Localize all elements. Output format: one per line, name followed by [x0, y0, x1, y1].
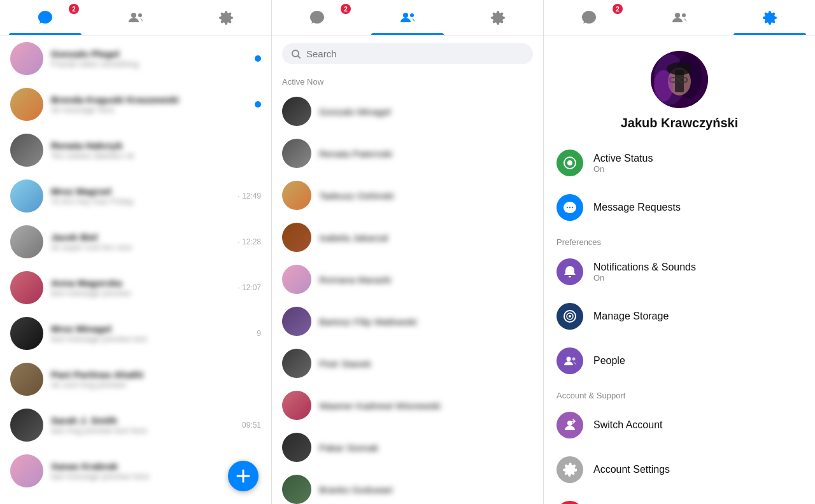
avatar	[282, 391, 311, 420]
chat-item[interactable]: Mroz Magrzel Yo bro hey man Friday · 12:…	[0, 173, 271, 219]
active-status-icon	[556, 150, 583, 176]
manage-storage-item[interactable]: Manage Storage	[544, 294, 815, 339]
chat-item[interactable]: Sarah J. Smith last msg preview text her…	[0, 402, 271, 448]
chat-preview: ok message here	[51, 105, 250, 115]
svg-point-1	[138, 13, 142, 17]
svg-point-27	[567, 421, 572, 426]
gear-tab-icon-1	[217, 9, 235, 27]
manage-storage-text: Manage Storage	[593, 311, 802, 322]
avatar	[10, 409, 43, 442]
profile-section: Jakub Krawczyński	[544, 36, 815, 141]
people-item[interactable]: Romana Marazki	[272, 258, 543, 300]
active-status-item[interactable]: Active Status On	[544, 141, 815, 185]
tab-people-3[interactable]	[634, 0, 725, 35]
chat-preview: ok cool msg preview	[51, 380, 261, 389]
search-input-wrap[interactable]	[282, 43, 533, 64]
switch-account-title: Switch Account	[593, 419, 802, 431]
svg-point-2	[403, 13, 408, 18]
chat-item[interactable]: Anna Magorska test message preview · 12:…	[0, 265, 271, 311]
people-tab-icon-3	[670, 9, 688, 27]
avatar	[282, 265, 311, 294]
chat-badge-3: 2	[613, 4, 623, 14]
people-item[interactable]: Wawner Kadnewi Wisnewski	[272, 384, 543, 426]
people-item[interactable]: Branko Goduwari	[272, 468, 543, 504]
chat-badge-2: 2	[341, 4, 351, 14]
switch-account-item[interactable]: Switch Account	[544, 403, 815, 447]
person-name: Piotr Stanek	[319, 358, 371, 369]
svg-point-20	[569, 207, 570, 208]
svg-point-21	[572, 207, 573, 208]
chat-panel: 2 Gonzal	[0, 0, 272, 504]
chat-tab-icon-2	[308, 9, 326, 27]
account-settings-item[interactable]: Account Settings	[544, 447, 815, 492]
switch-account-text: Switch Account	[593, 419, 802, 431]
chat-time: · 12:49	[237, 192, 261, 200]
people-settings-icon	[556, 347, 583, 374]
active-status-text: Active Status On	[593, 153, 802, 174]
chat-name: Renata Habrzyk	[51, 140, 261, 151]
tab-people-1[interactable]	[90, 0, 181, 35]
message-requests-item[interactable]: Message Requests	[544, 185, 815, 230]
chat-item[interactable]: Jacek Biel ok super cool bro nice · 12:2…	[0, 219, 271, 265]
chat-time: · 12:07	[237, 283, 261, 292]
svg-point-19	[567, 207, 568, 208]
tab-settings-2[interactable]	[453, 0, 543, 35]
chat-info: Brenda Koguski Kraszewski ok message her…	[51, 94, 250, 115]
chat-item[interactable]: Gonzalo Plegel Fractal video something	[0, 36, 271, 81]
chat-info: Gonzalo Plegel Fractal video something	[51, 48, 250, 69]
tab-settings-1[interactable]	[181, 0, 271, 35]
chat-name: Pani Partinas Ahathi	[51, 369, 261, 380]
person-name: Isabela Jakarzal	[319, 232, 388, 243]
avatar	[10, 271, 43, 304]
chat-info: Jacek Biel ok super cool bro nice	[51, 232, 232, 252]
notifications-subtitle: On	[593, 273, 802, 283]
chat-name: Anna Magorska	[51, 277, 232, 288]
logout-item[interactable]: Log Out	[544, 492, 815, 504]
notifications-sounds-item[interactable]: Notifications & Sounds On	[544, 249, 815, 294]
tab-chat-3[interactable]: 2	[544, 0, 634, 35]
avatar	[282, 349, 311, 378]
avatar	[10, 363, 43, 396]
person-name: Gonzalo Minagel	[319, 106, 391, 117]
person-name: Renata Paternski	[319, 148, 392, 159]
chat-preview: Ten zwlasz tabelarz ok	[51, 151, 261, 160]
tab-chat-2[interactable]: 2	[272, 0, 362, 35]
chat-tab-icon	[36, 9, 54, 27]
chat-info: Renata Habrzyk Ten zwlasz tabelarz ok	[51, 140, 261, 160]
people-item[interactable]: Isabela Jakarzal	[272, 216, 543, 258]
active-status-subtitle: On	[593, 164, 802, 174]
chat-item[interactable]: Brenda Koguski Kraszewski ok message her…	[0, 81, 271, 127]
chat-item[interactable]: Pani Partinas Ahathi ok cool msg preview	[0, 356, 271, 402]
profile-image	[651, 51, 708, 108]
new-chat-fab[interactable]	[228, 461, 259, 491]
chat-preview: ok super cool bro nice	[51, 242, 232, 252]
people-item[interactable]: Bartosz Filip Watlowski	[272, 300, 543, 342]
chat-info: Anna Magorska test message preview	[51, 277, 232, 298]
tab-people-2[interactable]	[362, 0, 453, 35]
people-item[interactable]: Piotr Stanek	[272, 342, 543, 384]
people-item[interactable]: Gonzalo Minagel	[272, 90, 543, 132]
manage-storage-title: Manage Storage	[593, 311, 802, 322]
chat-preview: test message preview text	[51, 334, 252, 344]
people-settings-item[interactable]: People	[544, 339, 815, 383]
svg-point-24	[569, 315, 571, 318]
active-status-title: Active Status	[593, 153, 802, 164]
chat-item[interactable]: Renata Habrzyk Ten zwlasz tabelarz ok	[0, 127, 271, 173]
tab-settings-3[interactable]	[725, 0, 815, 35]
chat-info: Mroz Magrzel Yo bro hey man Friday	[51, 186, 232, 206]
people-item[interactable]: Tadeusz Oshinski	[272, 174, 543, 216]
search-input[interactable]	[306, 48, 524, 59]
logout-icon	[556, 501, 583, 504]
account-settings-icon	[556, 456, 583, 483]
gear-tab-icon-2	[489, 9, 507, 27]
avatar	[282, 223, 311, 252]
chat-info: Mroz Minagel test message preview text	[51, 323, 252, 344]
chat-item[interactable]: Mroz Minagel test message preview text 9	[0, 311, 271, 356]
people-item[interactable]: Renata Paternski	[272, 132, 543, 174]
tab-chat-1[interactable]: 2	[0, 0, 90, 35]
svg-point-5	[675, 13, 680, 18]
svg-point-6	[682, 13, 686, 17]
profile-name: Jakub Krawczyński	[621, 116, 739, 130]
chat-list: Gonzalo Plegel Fractal video something B…	[0, 36, 271, 504]
people-item[interactable]: Pakar Siomak	[272, 426, 543, 468]
